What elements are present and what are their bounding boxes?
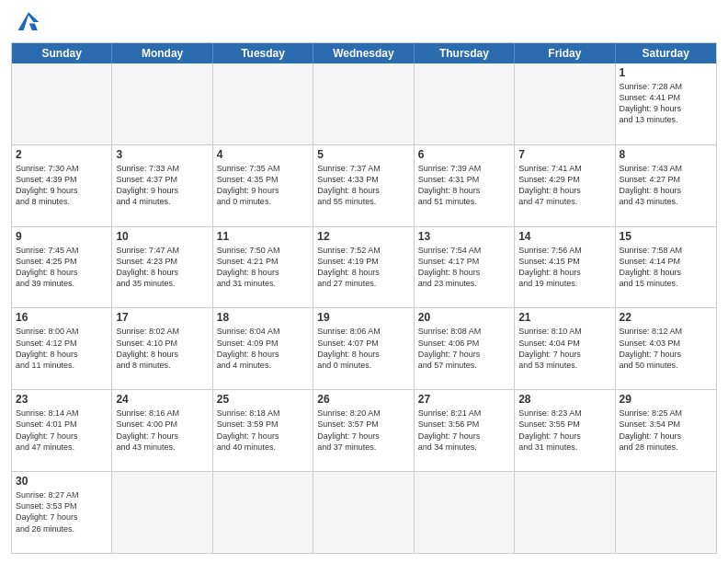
cell-sun-info: Sunrise: 7:39 AM Sunset: 4:31 PM Dayligh… [418, 163, 510, 208]
cell-sun-info: Sunrise: 8:23 AM Sunset: 3:55 PM Dayligh… [518, 408, 610, 453]
calendar-cell: 13Sunrise: 7:54 AM Sunset: 4:17 PM Dayli… [415, 227, 515, 309]
calendar-cell: 7Sunrise: 7:41 AM Sunset: 4:29 PM Daylig… [515, 145, 615, 227]
calendar-cell [515, 63, 615, 145]
calendar-cell: 10Sunrise: 7:47 AM Sunset: 4:23 PM Dayli… [112, 227, 212, 309]
cell-sun-info: Sunrise: 8:21 AM Sunset: 3:56 PM Dayligh… [418, 408, 510, 453]
cell-day-number: 22 [620, 311, 712, 324]
cell-day-number: 12 [317, 230, 409, 243]
cell-day-number: 10 [116, 230, 208, 243]
cell-day-number: 11 [217, 230, 309, 243]
cell-day-number: 4 [217, 148, 309, 161]
cell-sun-info: Sunrise: 7:52 AM Sunset: 4:19 PM Dayligh… [317, 245, 409, 290]
cell-sun-info: Sunrise: 7:43 AM Sunset: 4:27 PM Dayligh… [620, 163, 712, 208]
calendar-cell: 20Sunrise: 8:08 AM Sunset: 4:06 PM Dayli… [415, 308, 515, 390]
calendar-cell: 15Sunrise: 7:58 AM Sunset: 4:14 PM Dayli… [616, 227, 716, 309]
cell-sun-info: Sunrise: 7:50 AM Sunset: 4:21 PM Dayligh… [217, 245, 309, 290]
calendar-cell: 9Sunrise: 7:45 AM Sunset: 4:25 PM Daylig… [12, 227, 112, 309]
cell-sun-info: Sunrise: 8:00 AM Sunset: 4:12 PM Dayligh… [16, 326, 108, 371]
cell-sun-info: Sunrise: 7:47 AM Sunset: 4:23 PM Dayligh… [116, 245, 208, 290]
cell-day-number: 8 [620, 148, 712, 161]
calendar-cell: 12Sunrise: 7:52 AM Sunset: 4:19 PM Dayli… [313, 227, 414, 309]
calendar-cell: 2Sunrise: 7:30 AM Sunset: 4:39 PM Daylig… [12, 145, 112, 227]
cell-day-number: 24 [116, 393, 208, 406]
cell-day-number: 2 [16, 148, 108, 161]
calendar-cell: 8Sunrise: 7:43 AM Sunset: 4:27 PM Daylig… [616, 145, 716, 227]
cell-sun-info: Sunrise: 7:28 AM Sunset: 4:41 PM Dayligh… [620, 81, 712, 126]
cell-sun-info: Sunrise: 8:25 AM Sunset: 3:54 PM Dayligh… [620, 408, 712, 453]
cell-day-number: 18 [217, 311, 309, 324]
cell-day-number: 14 [518, 230, 610, 243]
calendar-cell: 19Sunrise: 8:06 AM Sunset: 4:07 PM Dayli… [313, 308, 414, 390]
cell-sun-info: Sunrise: 7:54 AM Sunset: 4:17 PM Dayligh… [418, 245, 510, 290]
calendar-cell: 23Sunrise: 8:14 AM Sunset: 4:01 PM Dayli… [12, 390, 112, 472]
day-header-friday: Friday [515, 43, 615, 63]
cell-day-number: 27 [418, 393, 510, 406]
cell-day-number: 23 [16, 393, 108, 406]
cell-sun-info: Sunrise: 7:30 AM Sunset: 4:39 PM Dayligh… [16, 163, 108, 208]
logo [11, 9, 51, 35]
calendar-cell [515, 472, 615, 553]
calendar: SundayMondayTuesdayWednesdayThursdayFrid… [11, 42, 717, 554]
header [11, 9, 717, 35]
cell-sun-info: Sunrise: 8:10 AM Sunset: 4:04 PM Dayligh… [518, 326, 610, 371]
calendar-cell [313, 472, 414, 553]
cell-sun-info: Sunrise: 8:06 AM Sunset: 4:07 PM Dayligh… [317, 326, 409, 371]
calendar-cell [616, 472, 716, 553]
calendar-cell: 17Sunrise: 8:02 AM Sunset: 4:10 PM Dayli… [112, 308, 212, 390]
cell-day-number: 26 [317, 393, 409, 406]
cell-sun-info: Sunrise: 8:08 AM Sunset: 4:06 PM Dayligh… [418, 326, 510, 371]
cell-sun-info: Sunrise: 7:37 AM Sunset: 4:33 PM Dayligh… [317, 163, 409, 208]
calendar-cell: 26Sunrise: 8:20 AM Sunset: 3:57 PM Dayli… [313, 390, 414, 472]
cell-day-number: 1 [620, 66, 712, 79]
calendar-cell: 4Sunrise: 7:35 AM Sunset: 4:35 PM Daylig… [213, 145, 313, 227]
calendar-cell [112, 63, 212, 145]
cell-sun-info: Sunrise: 7:56 AM Sunset: 4:15 PM Dayligh… [518, 245, 610, 290]
cell-sun-info: Sunrise: 8:16 AM Sunset: 4:00 PM Dayligh… [116, 408, 208, 453]
day-header-saturday: Saturday [616, 43, 716, 63]
calendar-cell: 6Sunrise: 7:39 AM Sunset: 4:31 PM Daylig… [415, 145, 515, 227]
calendar-cell: 28Sunrise: 8:23 AM Sunset: 3:55 PM Dayli… [515, 390, 615, 472]
calendar-cell: 14Sunrise: 7:56 AM Sunset: 4:15 PM Dayli… [515, 227, 615, 309]
cell-day-number: 15 [620, 230, 712, 243]
calendar-cell: 1Sunrise: 7:28 AM Sunset: 4:41 PM Daylig… [616, 63, 716, 145]
cell-day-number: 9 [16, 230, 108, 243]
day-header-sunday: Sunday [12, 43, 112, 63]
cell-day-number: 29 [620, 393, 712, 406]
cell-sun-info: Sunrise: 8:12 AM Sunset: 4:03 PM Dayligh… [620, 326, 712, 371]
svg-marker-1 [29, 24, 38, 31]
cell-sun-info: Sunrise: 8:14 AM Sunset: 4:01 PM Dayligh… [16, 408, 108, 453]
calendar-cell [112, 472, 212, 553]
calendar-cell: 16Sunrise: 8:00 AM Sunset: 4:12 PM Dayli… [12, 308, 112, 390]
cell-day-number: 3 [116, 148, 208, 161]
cell-sun-info: Sunrise: 8:20 AM Sunset: 3:57 PM Dayligh… [317, 408, 409, 453]
calendar-cell: 27Sunrise: 8:21 AM Sunset: 3:56 PM Dayli… [415, 390, 515, 472]
cell-sun-info: Sunrise: 8:02 AM Sunset: 4:10 PM Dayligh… [116, 326, 208, 371]
cell-day-number: 25 [217, 393, 309, 406]
calendar-cell [415, 63, 515, 145]
cell-day-number: 5 [317, 148, 409, 161]
cell-sun-info: Sunrise: 7:33 AM Sunset: 4:37 PM Dayligh… [116, 163, 208, 208]
general-blue-logo-icon [11, 9, 46, 35]
cell-day-number: 13 [418, 230, 510, 243]
cell-day-number: 6 [418, 148, 510, 161]
cell-day-number: 7 [518, 148, 610, 161]
calendar-cell [415, 472, 515, 553]
calendar-cell: 18Sunrise: 8:04 AM Sunset: 4:09 PM Dayli… [213, 308, 313, 390]
cell-sun-info: Sunrise: 8:04 AM Sunset: 4:09 PM Dayligh… [217, 326, 309, 371]
cell-sun-info: Sunrise: 7:58 AM Sunset: 4:14 PM Dayligh… [620, 245, 712, 290]
calendar-grid: 1Sunrise: 7:28 AM Sunset: 4:41 PM Daylig… [12, 63, 716, 553]
cell-day-number: 28 [518, 393, 610, 406]
calendar-cell: 11Sunrise: 7:50 AM Sunset: 4:21 PM Dayli… [213, 227, 313, 309]
calendar-cell: 21Sunrise: 8:10 AM Sunset: 4:04 PM Dayli… [515, 308, 615, 390]
calendar-cell [213, 472, 313, 553]
cell-day-number: 20 [418, 311, 510, 324]
calendar-cell: 25Sunrise: 8:18 AM Sunset: 3:59 PM Dayli… [213, 390, 313, 472]
cell-sun-info: Sunrise: 7:45 AM Sunset: 4:25 PM Dayligh… [16, 245, 108, 290]
calendar-cell [213, 63, 313, 145]
day-header-monday: Monday [112, 43, 212, 63]
page: SundayMondayTuesdayWednesdayThursdayFrid… [0, 0, 728, 563]
cell-sun-info: Sunrise: 8:18 AM Sunset: 3:59 PM Dayligh… [217, 408, 309, 453]
calendar-cell: 24Sunrise: 8:16 AM Sunset: 4:00 PM Dayli… [112, 390, 212, 472]
calendar-cell: 22Sunrise: 8:12 AM Sunset: 4:03 PM Dayli… [616, 308, 716, 390]
day-headers: SundayMondayTuesdayWednesdayThursdayFrid… [12, 43, 716, 63]
